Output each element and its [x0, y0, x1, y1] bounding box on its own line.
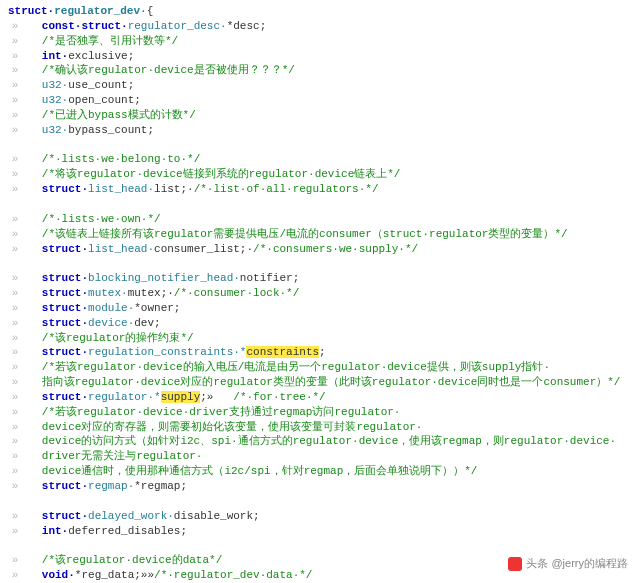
code-line: » /*·lists·we·own·*/	[8, 212, 632, 227]
code-line: » 指向该regulator·device对应的regulator类型的变量（此…	[8, 375, 632, 390]
code-line: » /*确认该regulator·device是否被使用？？？*/	[8, 63, 632, 78]
code-line: » /*若该regulator·device·driver支持通过regmap访…	[8, 405, 632, 420]
watermark: 头条 @jerry的编程路	[508, 556, 628, 571]
code-line: » int·exclusive;	[8, 49, 632, 64]
code-line: » driver无需关注与regulator·	[8, 449, 632, 464]
code-line: » device的访问方式（如针对i2c、spi·通信方式的regulator·…	[8, 434, 632, 449]
code-line: » struct·list_head·list;·/*·list·of·all·…	[8, 182, 632, 197]
code-line	[8, 256, 632, 271]
code-line: » /*是否独享、引用计数等*/	[8, 34, 632, 49]
code-line: » /*将该regulator·device链接到系统的regulator·de…	[8, 167, 632, 182]
toutiao-icon	[508, 557, 522, 571]
code-line: » struct·regulator·*supply;» /*·for·tree…	[8, 390, 632, 405]
code-line	[8, 494, 632, 509]
code-line: » struct·mutex·mutex;·/*·consumer·lock·*…	[8, 286, 632, 301]
highlight-supply: supply	[161, 391, 201, 403]
highlight-constraints: constraints	[246, 346, 319, 358]
code-line: » int·deferred_disables;	[8, 524, 632, 539]
code-line: » const·struct·regulator_desc·*desc;	[8, 19, 632, 34]
code-line: » struct·list_head·consumer_list;·/*·con…	[8, 242, 632, 257]
code-line: » /*已进入bypass模式的计数*/	[8, 108, 632, 123]
code-line: » /*该regulator的操作约束*/	[8, 331, 632, 346]
code-line: » struct·regulation_constraints·*constra…	[8, 345, 632, 360]
code-line: » struct·device·dev;	[8, 316, 632, 331]
code-line: » struct·blocking_notifier_head·notifier…	[8, 271, 632, 286]
code-line: » struct·delayed_work·disable_work;	[8, 509, 632, 524]
code-line: » struct·regmap·*regmap;	[8, 479, 632, 494]
code-line: » /*该链表上链接所有该regulator需要提供电压/电流的consumer…	[8, 227, 632, 242]
code-line: » /*·lists·we·belong·to·*/	[8, 152, 632, 167]
code-line	[8, 538, 632, 553]
code-block: struct·regulator_dev·{ » const·struct·re…	[8, 4, 632, 583]
code-line: » u32·use_count;	[8, 78, 632, 93]
code-line	[8, 197, 632, 212]
code-line: » /*若该regulator·device的输入电压/电流是由另一个regul…	[8, 360, 632, 375]
code-line: » device通信时，使用那种通信方式（i2c/spi，针对regmap，后面…	[8, 464, 632, 479]
watermark-text: 头条 @jerry的编程路	[526, 556, 628, 571]
code-line: » u32·bypass_count;	[8, 123, 632, 138]
code-line: » device对应的寄存器，则需要初始化该变量，使用该变量可封装regulat…	[8, 420, 632, 435]
code-line: » struct·module·*owner;	[8, 301, 632, 316]
code-line: » u32·open_count;	[8, 93, 632, 108]
code-line	[8, 138, 632, 153]
code-line: struct·regulator_dev·{	[8, 4, 632, 19]
